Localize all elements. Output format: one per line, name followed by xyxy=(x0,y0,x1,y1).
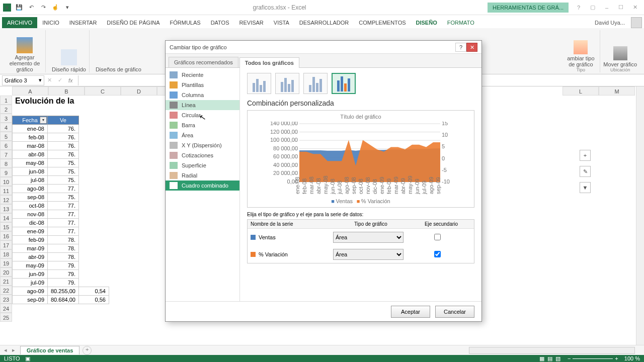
cat-area[interactable]: Área xyxy=(166,130,239,140)
window-title-bar: X 💾 ↶ ↷ ☝ ▾ graficos.xlsx - Excel HERRAM… xyxy=(0,0,644,15)
group-move-chart[interactable]: Mover gráfico Ubicación xyxy=(600,30,640,72)
zoom-in-icon[interactable]: + xyxy=(615,355,618,361)
svg-text:10: 10 xyxy=(442,132,448,138)
svg-text:oct-08: oct-08 xyxy=(358,178,364,194)
preview-title: Título del gráfico xyxy=(251,114,471,120)
cat-reciente[interactable]: Reciente xyxy=(166,70,239,80)
tab-insertar[interactable]: INSERTAR xyxy=(64,17,102,28)
view-layout-icon[interactable]: ▤ xyxy=(547,355,552,362)
svg-text:-10: -10 xyxy=(442,178,450,185)
zoom-value[interactable]: 100 % xyxy=(624,355,640,361)
tab-archivo[interactable]: ARCHIVO xyxy=(2,17,37,28)
row-headers[interactable]: 1234567891011121314151617181920212223242… xyxy=(0,96,12,322)
view-break-icon[interactable]: ▧ xyxy=(555,355,560,362)
svg-text:jul-08: jul-08 xyxy=(337,180,343,195)
tab-formulas[interactable]: FÓRMULAS xyxy=(165,17,206,28)
subtype-2[interactable] xyxy=(275,73,299,94)
cat-plantillas[interactable]: Plantillas xyxy=(166,80,239,90)
avatar[interactable] xyxy=(631,17,642,28)
svg-text:120 000,00: 120 000,00 xyxy=(270,129,298,135)
tab-desarrollador[interactable]: DESARROLLADOR xyxy=(294,17,354,28)
tab-vista[interactable]: VISTA xyxy=(269,17,294,28)
horizontal-scrollbar[interactable] xyxy=(469,347,635,354)
cat-radial[interactable]: Radial xyxy=(166,170,239,180)
series2-type-select[interactable]: Área xyxy=(333,249,404,260)
tab-recommended[interactable]: Gráficos recomendados xyxy=(169,57,238,67)
user-name[interactable]: David Uya... xyxy=(591,17,629,28)
column-headers-right[interactable]: LM xyxy=(562,86,635,96)
chart-plus-icon[interactable]: + xyxy=(580,150,591,161)
tab-datos[interactable]: DATOS xyxy=(206,17,234,28)
subtype-4-selected[interactable] xyxy=(332,73,356,94)
help-icon[interactable]: ? xyxy=(573,3,585,13)
tab-revisar[interactable]: REVISAR xyxy=(234,17,269,28)
sheet-first-icon[interactable]: ◂ xyxy=(2,347,9,353)
vertical-scrollbar[interactable] xyxy=(636,86,644,347)
cat-dispersion[interactable]: X Y (Dispersión) xyxy=(166,140,239,150)
subtype-1[interactable] xyxy=(247,73,271,94)
cat-cotizaciones[interactable]: Cotizaciones xyxy=(166,150,239,160)
sheet-tab-active[interactable]: Gráfico de ventas xyxy=(20,346,79,354)
subtype-3[interactable] xyxy=(303,73,328,94)
cat-superficie[interactable]: Superficie xyxy=(166,160,239,170)
cat-columna[interactable]: Columna xyxy=(166,90,239,100)
preview-chart: 0,0020 000,0040 000,0060 000,0080 000,00… xyxy=(251,122,471,197)
add-sheet-icon[interactable]: + xyxy=(83,346,92,355)
tab-diseno-pagina[interactable]: DISEÑO DE PÁGINA xyxy=(102,17,165,28)
add-chart-element-icon xyxy=(17,37,33,53)
dialog-help-icon[interactable]: ? xyxy=(455,43,466,52)
ribbon-collapse-icon[interactable]: ▢ xyxy=(587,3,599,13)
zoom-slider[interactable] xyxy=(573,358,613,359)
tab-formato[interactable]: FORMATO xyxy=(442,17,479,28)
series-row-variacion: % Variación Área xyxy=(248,246,474,263)
maximize-icon[interactable]: ☐ xyxy=(615,3,627,13)
tab-complementos[interactable]: COMPLEMENTOS xyxy=(354,17,411,28)
cancel-fx-icon[interactable]: ✕ xyxy=(44,77,55,83)
fx-icon[interactable]: fx xyxy=(65,77,76,83)
series1-secondary-axis[interactable] xyxy=(434,234,441,240)
chart-filter-icon[interactable]: ▼ xyxy=(580,182,591,193)
cancel-button[interactable]: Cancelar xyxy=(435,306,474,318)
minimize-icon[interactable]: – xyxy=(601,3,613,13)
zoom-out-icon[interactable]: − xyxy=(568,355,571,361)
chart-preview: Título del gráfico 0,0020 000,0040 000,0… xyxy=(247,110,474,208)
redo-icon[interactable]: ↷ xyxy=(39,4,47,12)
dialog-title: Cambiar tipo de gráfico xyxy=(170,44,227,50)
chart-brush-icon[interactable]: ✎ xyxy=(580,166,591,177)
dialog-close-icon[interactable]: ✕ xyxy=(466,43,477,52)
group-change-type[interactable]: ambiar tipo de gráfico Tipo xyxy=(561,30,600,72)
tab-diseno[interactable]: DISEÑO xyxy=(411,17,442,28)
svg-text:nov-08: nov-08 xyxy=(365,177,371,194)
data-table[interactable]: Fecha▾ Ve ene-0876.feb-0876.mar-0876.abr… xyxy=(12,116,109,304)
name-box[interactable]: Gráfico 3▾ xyxy=(2,75,44,85)
sheet-title-cell[interactable]: Evolución de la xyxy=(15,97,74,106)
svg-text:80 000,00: 80 000,00 xyxy=(273,145,298,151)
cat-combinado[interactable]: Cuadro combinado xyxy=(166,180,239,191)
group-add-element[interactable]: Agregar elemento de gráfico xyxy=(4,30,46,72)
undo-icon[interactable]: ↶ xyxy=(27,4,35,12)
macro-record-icon[interactable]: ▣ xyxy=(25,355,30,362)
svg-text:jun-09: jun-09 xyxy=(414,178,420,195)
cat-linea[interactable]: Línea xyxy=(166,100,239,110)
dialog-title-bar[interactable]: Cambiar tipo de gráfico ? ✕ xyxy=(166,41,481,54)
chevron-down-icon[interactable]: ▾ xyxy=(39,77,42,83)
contextual-tools-label: HERRAMIENTAS DE GRÁ... xyxy=(488,3,569,13)
touch-icon[interactable]: ☝ xyxy=(51,4,59,12)
qat-dropdown-icon[interactable]: ▾ xyxy=(63,4,71,12)
close-icon[interactable]: ✕ xyxy=(629,3,641,13)
filter-icon[interactable]: ▾ xyxy=(40,117,47,124)
svg-text:feb-08: feb-08 xyxy=(301,178,307,194)
svg-text:jul-09: jul-09 xyxy=(421,180,427,195)
series1-type-select[interactable]: Área xyxy=(333,232,404,243)
tab-all-charts[interactable]: Todos los gráficos xyxy=(239,57,299,68)
tab-inicio[interactable]: INICIO xyxy=(37,17,64,28)
save-icon[interactable]: 💾 xyxy=(15,4,23,12)
svg-text:0: 0 xyxy=(442,155,445,161)
sheet-prev-icon[interactable]: ▸ xyxy=(10,347,17,353)
group-quick-layout[interactable]: Diseño rápido xyxy=(49,30,90,72)
series2-secondary-axis[interactable] xyxy=(434,251,441,257)
ok-button[interactable]: Aceptar xyxy=(391,306,430,318)
enter-fx-icon[interactable]: ✓ xyxy=(55,77,65,83)
view-normal-icon[interactable]: ▦ xyxy=(539,355,544,362)
svg-text:feb-09: feb-09 xyxy=(386,178,392,194)
